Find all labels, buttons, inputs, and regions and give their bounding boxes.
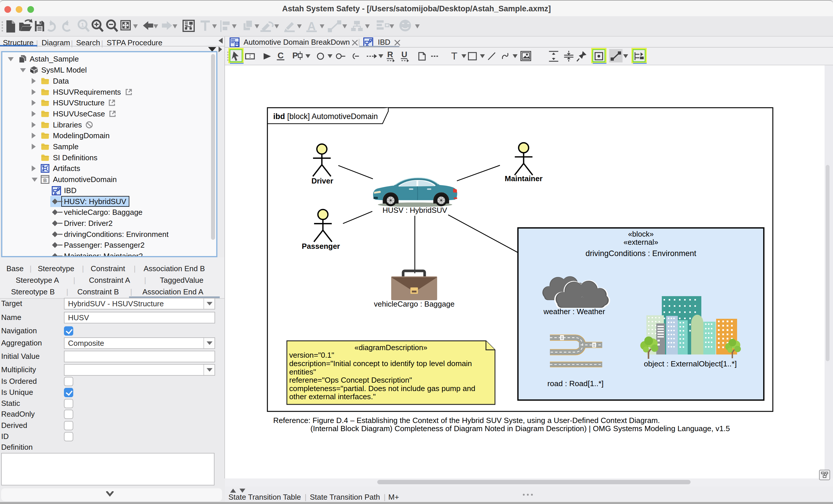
svg-text:(Internal Block Diagram) Compl: (Internal Block Diagram) Completeness of… [310,424,730,433]
svg-text:description="Initial concept t: description="Initial concept to identify… [289,359,472,368]
svg-text:weather : Weather: weather : Weather [543,307,605,316]
svg-text:«external»: «external» [623,238,658,246]
svg-text:HUSV : HybridSUV: HUSV : HybridSUV [382,206,447,215]
svg-text:P: P [292,51,298,60]
svg-text:Reference: Figure D.4 – Establ: Reference: Figure D.4 – Establishing the… [273,416,660,425]
svg-text:«block»: «block» [628,230,654,238]
svg-text:completeness="partial. Does no: completeness="partial. Does not include … [289,384,475,393]
svg-text:C: C [278,51,284,60]
svg-text:«diagramDescription»: «diagramDescription» [355,344,428,352]
svg-text:road : Road[1..*]: road : Road[1..*] [547,379,604,388]
svg-text:ibd [block] AutomotiveDomain: ibd [block] AutomotiveDomain [273,112,378,121]
svg-text:drivingConditions : Environmen: drivingConditions : Environment [586,249,696,258]
svg-text:B: B [43,178,47,183]
svg-text:other external interfaces.": other external interfaces." [289,392,376,401]
svg-text:version="0.1": version="0.1" [289,351,334,359]
svg-text:R: R [387,50,393,59]
svg-text:entities": entities" [289,368,316,376]
svg-text:object : ExternalObject[1..*]: object : ExternalObject[1..*] [644,359,737,368]
svg-text:1: 1 [81,22,84,28]
svg-text:T: T [451,50,457,61]
svg-text:referene="Ops Concept Descript: referene="Ops Concept Description" [289,376,412,384]
svg-text:Maintainer: Maintainer [505,174,543,183]
svg-text:Passenger: Passenger [302,242,340,251]
svg-text:Driver: Driver [311,177,333,185]
svg-text:vehicleCargo : Baggage: vehicleCargo : Baggage [374,300,455,308]
svg-text:U: U [401,50,407,59]
